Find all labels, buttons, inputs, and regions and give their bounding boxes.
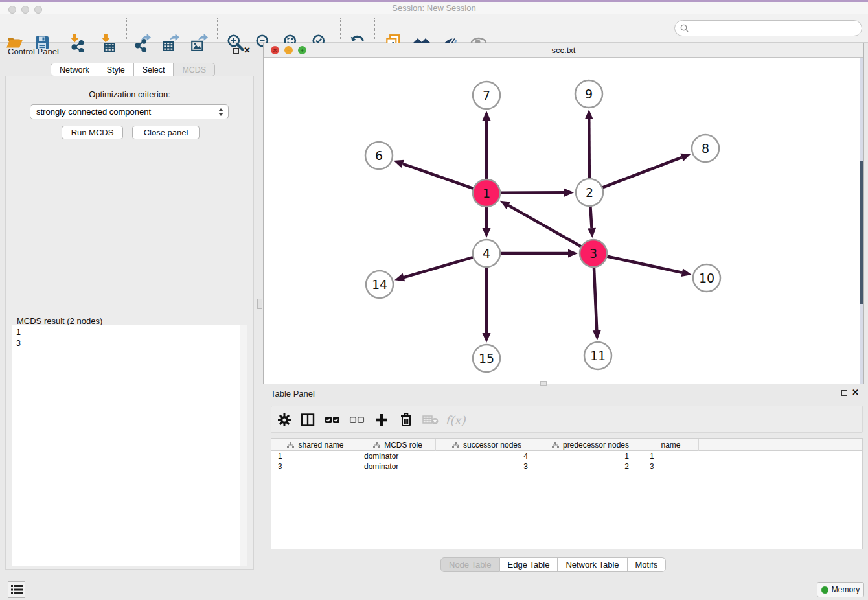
column-header-successor-nodes[interactable]: successor nodes: [436, 439, 538, 451]
function-builder-button[interactable]: f(x): [444, 409, 466, 431]
graph-node-label: 3: [589, 246, 597, 260]
network-scrollbar-thumb[interactable]: [860, 161, 863, 304]
import-table-button[interactable]: [96, 31, 120, 54]
graph-edge-arrowhead: [681, 268, 692, 277]
table-panel-title: Table Panel: [271, 389, 315, 398]
vertical-splitter-handle[interactable]: [257, 299, 262, 309]
tab-style[interactable]: Style: [98, 63, 134, 76]
graph-node-label: 4: [483, 246, 490, 260]
graph-node-label: 14: [372, 277, 387, 292]
memory-label: Memory: [832, 585, 860, 594]
import-table-icon: [99, 34, 117, 52]
control-panel-tabs: Network Style Select MCDS: [51, 63, 215, 76]
graph-edge-3-11[interactable]: [594, 267, 597, 330]
result-scrollbar[interactable]: [240, 325, 247, 566]
column-header-predecessor-nodes[interactable]: predecessor nodes: [538, 439, 643, 451]
tab-edge-table[interactable]: Edge Table: [500, 557, 558, 572]
export-image-button[interactable]: [187, 31, 211, 54]
optimization-criterion-label: Optimization criterion:: [6, 89, 253, 99]
graph-edge-arrowhead: [585, 110, 593, 119]
graph-edge-arrowhead: [588, 228, 596, 238]
delete-button[interactable]: [395, 409, 417, 431]
graph-edge-2-8[interactable]: [602, 157, 682, 188]
result-line: 1: [16, 327, 243, 338]
delete-table-icon: [422, 414, 439, 426]
close-panel-icon[interactable]: ✕: [244, 47, 251, 54]
float-panel-icon[interactable]: [233, 48, 239, 54]
cell-predecessor-nodes: 1: [538, 451, 643, 461]
graph-node-label: 1: [483, 186, 490, 200]
toolbar-search: [674, 20, 862, 36]
memory-button[interactable]: Memory: [817, 582, 864, 597]
tab-motifs[interactable]: Motifs: [628, 557, 667, 572]
criterion-value: strongly connected component: [36, 107, 151, 117]
delete-table-button[interactable]: [420, 409, 442, 431]
graph-node-label: 7: [483, 88, 490, 102]
float-table-panel-icon[interactable]: [841, 390, 847, 396]
cell-predecessor-nodes: 2: [538, 461, 643, 472]
graph-edge-arrowhead: [394, 160, 404, 168]
toolbar-separator: [62, 18, 62, 40]
network-window-titlebar: ✕ − + scc.txt: [264, 43, 863, 58]
cell-shared-name: 3: [271, 461, 360, 472]
column-header-mcds-role[interactable]: MCDS role: [360, 439, 436, 451]
table-options-button[interactable]: [273, 409, 295, 431]
import-network-icon: [68, 34, 86, 52]
show-columns-button[interactable]: [297, 409, 319, 431]
close-table-panel-icon[interactable]: ✕: [852, 389, 859, 396]
graph-edge-2-3[interactable]: [590, 206, 591, 228]
graph-edge-1-2[interactable]: [500, 192, 564, 193]
node-table-header: shared name MCDS role successor nodes pr…: [271, 439, 862, 451]
network-view-window: ✕ − + scc.txt 7968124314101511: [263, 43, 864, 384]
graph-node-label: 10: [699, 271, 714, 285]
criterion-select[interactable]: strongly connected component: [30, 104, 229, 119]
toolbar-separator: [126, 18, 127, 40]
create-column-button[interactable]: [371, 409, 393, 431]
cell-shared-name: 1: [271, 451, 360, 461]
graph-node-label: 15: [479, 351, 494, 365]
graph-edge-arrowhead: [680, 154, 691, 161]
graph-edge-arrowhead: [564, 189, 574, 197]
mcds-result-group: MCDS result (2 nodes) 1 3: [10, 321, 249, 568]
horizontal-splitter-handle[interactable]: [540, 381, 547, 386]
table-row[interactable]: 3 dominator 3 2 3: [271, 461, 862, 472]
select-all-button[interactable]: [321, 409, 343, 431]
task-history-button[interactable]: [8, 581, 25, 598]
graph-edge-2-9[interactable]: [589, 119, 589, 179]
function-builder-icon: f(x): [446, 413, 466, 427]
tab-select[interactable]: Select: [134, 63, 174, 76]
tab-network[interactable]: Network: [51, 63, 98, 76]
close-panel-button[interactable]: Close panel: [132, 126, 200, 139]
tab-network-table[interactable]: Network Table: [558, 557, 627, 572]
table-row[interactable]: 1 dominator 4 1 1: [271, 451, 862, 461]
select-stepper-icon: [216, 107, 225, 117]
column-type-icon: [287, 442, 294, 448]
add-column-icon: [374, 413, 389, 427]
memory-status-icon: [821, 586, 828, 594]
export-network-button[interactable]: [130, 31, 154, 54]
tab-mcds[interactable]: MCDS: [174, 63, 215, 76]
export-network-icon: [133, 34, 151, 52]
search-input[interactable]: [692, 23, 862, 33]
import-network-button[interactable]: [65, 31, 89, 54]
network-scrollbar[interactable]: [860, 58, 863, 384]
graph-edge-4-14[interactable]: [404, 257, 473, 277]
table-panel-tabs: Node Table Edge Table Network Table Moti…: [440, 557, 666, 572]
tab-node-table[interactable]: Node Table: [440, 557, 500, 572]
graph-edge-1-6[interactable]: [403, 164, 474, 189]
column-type-icon: [373, 442, 380, 448]
cell-successor-nodes: 4: [436, 451, 538, 461]
graph-edge-3-1[interactable]: [508, 205, 582, 247]
mcds-result-textarea[interactable]: 1 3: [12, 325, 247, 566]
network-graph-canvas[interactable]: 7968124314101511: [264, 58, 863, 384]
deselect-all-button[interactable]: [346, 409, 368, 431]
column-header-name[interactable]: name: [643, 439, 699, 451]
column-header-shared-name[interactable]: shared name: [271, 439, 360, 451]
graph-edge-arrowhead: [394, 273, 405, 281]
export-table-button[interactable]: [158, 31, 183, 54]
run-mcds-button[interactable]: Run MCDS: [62, 126, 123, 139]
graph-node-label: 6: [375, 148, 383, 163]
export-table-icon: [161, 34, 179, 52]
graph-edge-3-10[interactable]: [607, 256, 682, 272]
graph-node-label: 2: [586, 185, 593, 200]
